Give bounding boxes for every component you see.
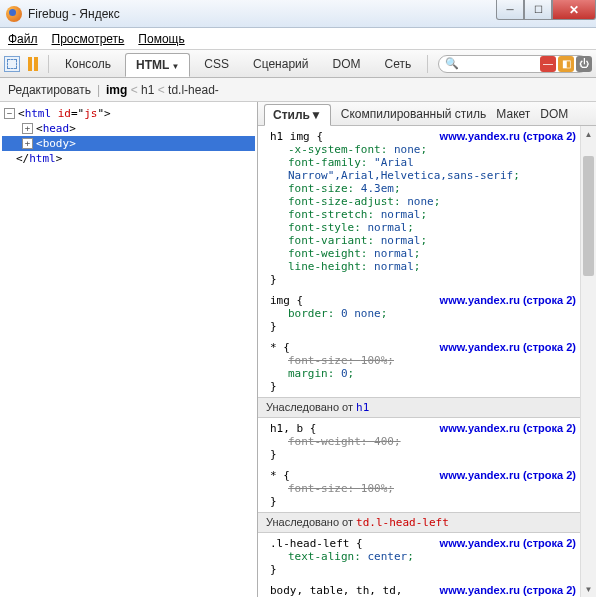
edit-button[interactable]: Редактировать xyxy=(8,83,91,97)
window-titlebar: Firebug - Яндекс ─ ☐ ✕ xyxy=(0,0,596,28)
sub-toolbar: Редактировать | img < h1 < td.l-head- xyxy=(0,78,596,102)
close-panel-icon[interactable]: — xyxy=(540,56,556,72)
breadcrumb[interactable]: h1 xyxy=(141,83,154,97)
tab-css[interactable]: CSS xyxy=(194,53,239,75)
source-link[interactable]: www.yandex.ru (строка 2) xyxy=(440,294,576,306)
menu-file[interactable]: Файл xyxy=(8,32,38,46)
menu-help[interactable]: Помощь xyxy=(138,32,184,46)
inspect-icon[interactable] xyxy=(4,56,20,72)
source-link[interactable]: www.yandex.ru (строка 2) xyxy=(440,537,576,549)
source-link[interactable]: www.yandex.ru (строка 2) xyxy=(440,584,576,596)
html-tree-panel[interactable]: − <html id="js"> + <head> + <body> </htm… xyxy=(0,102,258,597)
css-rules-panel[interactable]: www.yandex.ru (строка 2) h1 img { -x-sys… xyxy=(258,126,596,597)
menu-bar: Файл Просмотреть Помощь xyxy=(0,28,596,50)
source-link[interactable]: www.yandex.ru (строка 2) xyxy=(440,130,576,142)
menu-view[interactable]: Просмотреть xyxy=(52,32,125,46)
tree-node[interactable]: + <head> xyxy=(2,121,255,136)
source-link[interactable]: www.yandex.ru (строка 2) xyxy=(440,341,576,353)
power-icon[interactable]: ⏻ xyxy=(576,56,592,72)
tab-layout[interactable]: Макет xyxy=(496,107,530,121)
tree-node[interactable]: − <html id="js"> xyxy=(2,106,255,121)
tab-dom[interactable]: DOM xyxy=(540,107,568,121)
minimize-button[interactable]: ─ xyxy=(496,0,524,20)
inherited-header: Унаследовано от td.l-head-left xyxy=(258,512,596,533)
tree-node[interactable]: </html> xyxy=(2,151,255,166)
tab-net[interactable]: Сеть xyxy=(375,53,422,75)
source-link[interactable]: www.yandex.ru (строка 2) xyxy=(440,469,576,481)
detach-icon[interactable]: ◧ xyxy=(558,56,574,72)
expand-icon[interactable]: + xyxy=(22,123,33,134)
tab-computed[interactable]: Скомпилированный стиль xyxy=(341,107,487,121)
tab-html[interactable]: HTML▼ xyxy=(125,53,190,77)
tab-console[interactable]: Консоль xyxy=(55,53,121,75)
tab-dom[interactable]: DOM xyxy=(323,53,371,75)
firefox-icon xyxy=(6,6,22,22)
scrollbar-thumb[interactable] xyxy=(583,156,594,276)
tree-node-selected[interactable]: + <body> xyxy=(2,136,255,151)
window-title: Firebug - Яндекс xyxy=(28,7,120,21)
pause-icon[interactable] xyxy=(28,57,38,71)
inherited-header: Унаследовано от h1 xyxy=(258,397,596,418)
scroll-up-icon[interactable]: ▲ xyxy=(581,126,596,142)
tab-script[interactable]: Сценарий xyxy=(243,53,318,75)
scroll-down-icon[interactable]: ▼ xyxy=(581,581,596,597)
firebug-toolbar: Консоль HTML▼ CSS Сценарий DOM Сеть 🔍 — … xyxy=(0,50,596,78)
scrollbar[interactable]: ▲ ▼ xyxy=(580,126,596,597)
breadcrumb[interactable]: img xyxy=(106,83,127,97)
collapse-icon[interactable]: − xyxy=(4,108,15,119)
breadcrumb[interactable]: td.l-head- xyxy=(168,83,219,97)
expand-icon[interactable]: + xyxy=(22,138,33,149)
tab-style[interactable]: Стиль▼ xyxy=(264,104,331,126)
side-panel-tabs: Стиль▼ Скомпилированный стиль Макет DOM xyxy=(258,102,596,126)
maximize-button[interactable]: ☐ xyxy=(524,0,552,20)
close-button[interactable]: ✕ xyxy=(552,0,596,20)
search-icon: 🔍 xyxy=(445,57,459,70)
source-link[interactable]: www.yandex.ru (строка 2) xyxy=(440,422,576,434)
